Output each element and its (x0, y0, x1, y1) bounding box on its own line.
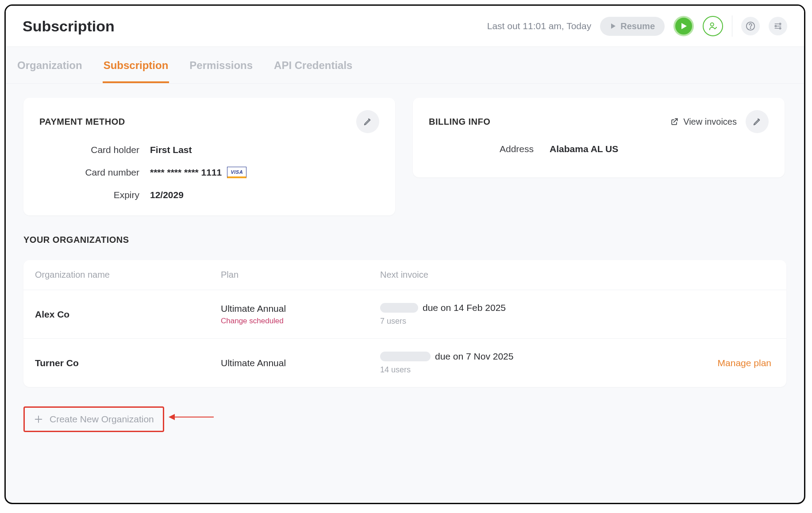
tab-subscription[interactable]: Subscription (103, 57, 169, 83)
org-plan: Ultimate Annual (221, 303, 380, 314)
svg-point-2 (711, 23, 714, 26)
org-next-invoice: due on 7 Nov 2025 (380, 351, 687, 362)
payment-card-title: PAYMENT METHOD (39, 117, 125, 127)
external-link-icon (670, 117, 679, 126)
org-plan: Ultimate Annual (221, 358, 380, 368)
col-header-name: Organization name (35, 270, 221, 280)
user-presence-button[interactable] (703, 16, 723, 36)
divider (732, 15, 732, 37)
table-row[interactable]: Alex Co Ultimate Annual Change scheduled… (23, 290, 786, 338)
orgs-table: Organization name Plan Next invoice Alex… (23, 260, 786, 387)
last-out-text: Last out 11:01 am, Today (487, 21, 591, 31)
cards-row: PAYMENT METHOD Card holder First Last Ca… (23, 98, 786, 215)
header-actions: Last out 11:01 am, Today Resume (487, 15, 787, 37)
amount-skeleton (380, 352, 431, 361)
resume-label: Resume (620, 21, 655, 31)
svg-point-7 (779, 27, 781, 29)
org-users: 14 users (380, 365, 687, 375)
visa-badge: VISA (227, 167, 246, 178)
org-plan-note: Change scheduled (221, 317, 380, 325)
card-holder-value: First Last (150, 145, 192, 155)
tab-api-credentials[interactable]: API Credentials (273, 57, 353, 83)
create-org-callout: Create New Organization (23, 402, 786, 432)
view-invoices-link[interactable]: View invoices (670, 117, 737, 127)
tab-permissions[interactable]: Permissions (189, 57, 254, 83)
edit-payment-button[interactable] (356, 110, 379, 133)
amount-skeleton (380, 303, 418, 313)
question-icon (746, 21, 755, 31)
address-label: Address (500, 144, 534, 154)
card-holder-label: Card holder (39, 145, 150, 155)
col-header-plan: Plan (221, 270, 380, 280)
page-header: Subscription Last out 11:01 am, Today Re… (6, 6, 804, 47)
content: PAYMENT METHOD Card holder First Last Ca… (6, 84, 804, 446)
orgs-table-header: Organization name Plan Next invoice (23, 260, 786, 290)
annotation-arrow (174, 417, 214, 417)
expiry-label: Expiry (39, 190, 150, 200)
table-row[interactable]: Turner Co Ultimate Annual due on 7 Nov 2… (23, 338, 786, 387)
play-filled-icon (680, 22, 688, 30)
billing-info-card: BILLING INFO View invoices Address Alaba… (413, 98, 785, 177)
col-header-next: Next invoice (380, 270, 687, 280)
sliders-icon (774, 22, 782, 31)
org-name: Alex Co (35, 309, 221, 320)
create-org-label: Create New Organization (50, 414, 154, 425)
manage-plan-link[interactable]: Manage plan (718, 358, 771, 368)
tab-organization[interactable]: Organization (16, 57, 83, 83)
pencil-icon (752, 117, 762, 126)
billing-card-title: BILLING INFO (429, 117, 490, 127)
tabs: Organization Subscription Permissions AP… (6, 47, 804, 84)
address-value: Alabama AL US (550, 144, 618, 154)
org-name: Turner Co (35, 358, 221, 368)
settings-button[interactable] (769, 17, 787, 35)
play-icon (610, 23, 617, 30)
edit-billing-button[interactable] (746, 110, 769, 133)
start-timer-button[interactable] (673, 16, 694, 36)
svg-marker-1 (681, 23, 687, 29)
create-organization-button[interactable]: Create New Organization (23, 406, 164, 432)
invoice-due-text: due on 7 Nov 2025 (435, 351, 513, 362)
card-number-label: Card number (39, 167, 150, 178)
org-users: 7 users (380, 317, 687, 326)
card-number-value: **** **** **** 1111 VISA (150, 167, 246, 178)
payment-method-card: PAYMENT METHOD Card holder First Last Ca… (23, 98, 395, 215)
pencil-icon (363, 117, 373, 126)
help-button[interactable] (741, 17, 760, 35)
org-next-invoice: due on 14 Feb 2025 (380, 302, 687, 313)
svg-point-5 (779, 23, 781, 24)
expiry-value: 12/2029 (150, 190, 184, 200)
svg-marker-0 (611, 23, 616, 29)
view-invoices-text: View invoices (683, 117, 737, 127)
resume-button[interactable]: Resume (600, 17, 665, 36)
orgs-section-title: YOUR ORGANIZATIONS (23, 235, 786, 245)
svg-point-4 (750, 28, 750, 28)
svg-point-6 (775, 25, 776, 27)
user-check-icon (708, 21, 718, 31)
invoice-due-text: due on 14 Feb 2025 (423, 302, 506, 313)
page-title: Subscription (23, 18, 115, 35)
card-number-text: **** **** **** 1111 (150, 167, 222, 178)
visa-text: VISA (231, 169, 243, 175)
plus-icon (34, 414, 43, 424)
